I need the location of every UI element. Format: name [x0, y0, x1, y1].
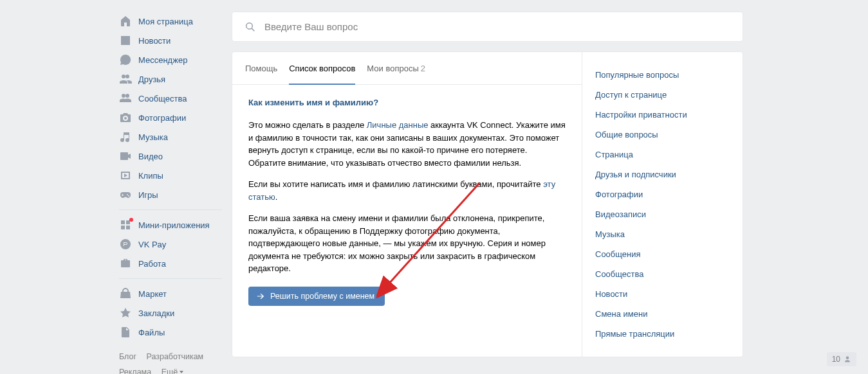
music-icon — [119, 130, 132, 143]
aside-category[interactable]: Фотографии — [582, 184, 743, 204]
aside-category[interactable]: Прямые трансляции — [582, 324, 743, 344]
sidebar-item-label: VK Pay — [138, 240, 166, 249]
main-content: ПомощьСписок вопросовМои вопросы2 Как из… — [232, 12, 743, 357]
search-icon — [245, 22, 255, 32]
sidebar-item-label: Друзья — [138, 75, 165, 84]
tab-мои-вопросы[interactable]: Мои вопросы2 — [367, 52, 425, 85]
sidebar-item-label: Работа — [138, 259, 166, 269]
photos-icon — [119, 111, 132, 124]
aside-category[interactable]: Сообщения — [582, 244, 743, 264]
sidebar-item-news[interactable]: Новости — [119, 31, 222, 50]
vkpay-icon — [119, 238, 132, 251]
news-icon — [119, 34, 132, 47]
footer-link-dev[interactable]: Разработчикам — [147, 352, 204, 361]
aside-category[interactable]: Страница — [582, 145, 743, 165]
aside-categories: Популярные вопросыДоступ к страницеНастр… — [582, 52, 743, 357]
home-icon — [119, 15, 132, 28]
article-paragraph: Если вы хотите написать имя и фамилию ла… — [248, 178, 566, 203]
tab-помощь[interactable]: Помощь — [245, 52, 277, 85]
communities-icon — [119, 92, 132, 105]
footer-link-ads[interactable]: Реклама — [119, 368, 151, 374]
tab-label: Список вопросов — [289, 64, 355, 73]
files-icon — [119, 326, 132, 339]
tab-label: Помощь — [245, 64, 277, 73]
sidebar-separator — [119, 209, 222, 210]
video-icon — [119, 150, 132, 163]
bookmarks-icon — [119, 307, 132, 319]
sidebar-item-label: Маркет — [138, 289, 167, 299]
sidebar-separator — [119, 278, 222, 279]
aside-category[interactable]: Музыка — [582, 224, 743, 244]
aside-category[interactable]: Новости — [582, 284, 743, 304]
miniapps-icon — [119, 218, 132, 231]
footer-link-more[interactable]: Ещё — [162, 368, 184, 374]
sidebar-item-label: Фотографии — [138, 113, 186, 123]
notification-dot-icon — [129, 218, 133, 222]
sidebar-item-vkpay[interactable]: VK Pay — [119, 235, 222, 254]
arrow-right-icon — [256, 292, 265, 301]
sidebar-item-label: Игры — [138, 190, 158, 200]
sidebar-item-label: Мини-приложения — [138, 220, 210, 230]
notification-badge[interactable]: 10 — [827, 352, 856, 366]
solve-name-problem-button[interactable]: Решить проблему с именем — [248, 287, 385, 306]
article-paragraph: Если ваша заявка на смену имени и фамили… — [248, 212, 566, 275]
sidebar-item-market[interactable]: Маркет — [119, 284, 222, 303]
sidebar-item-label: Музыка — [138, 132, 168, 142]
sidebar-item-label: Мессенджер — [138, 55, 187, 65]
sidebar-item-label: Файлы — [138, 328, 165, 337]
tab-count: 2 — [421, 64, 425, 73]
badge-count: 10 — [832, 355, 840, 364]
sidebar-item-photos[interactable]: Фотографии — [119, 108, 222, 127]
sidebar-item-label: Сообщества — [138, 94, 187, 103]
aside-category[interactable]: Настройки приватности — [582, 105, 743, 125]
article-title: Как изменить имя и фамилию? — [248, 98, 566, 107]
market-icon — [119, 287, 132, 300]
search-box[interactable] — [232, 12, 743, 42]
games-icon — [119, 188, 132, 201]
content-card: ПомощьСписок вопросовМои вопросы2 Как из… — [232, 51, 743, 357]
sidebar-item-miniapps[interactable]: Мини-приложения — [119, 215, 222, 235]
tab-label: Мои вопросы — [367, 64, 418, 73]
sidebar-item-clips[interactable]: Клипы — [119, 166, 222, 185]
sidebar-item-communities[interactable]: Сообщества — [119, 89, 222, 108]
sidebar-item-video[interactable]: Видео — [119, 147, 222, 166]
button-label: Решить проблему с именем — [270, 292, 374, 301]
aside-category[interactable]: Популярные вопросы — [582, 65, 743, 85]
sidebar-item-work[interactable]: Работа — [119, 254, 222, 273]
sidebar-item-label: Клипы — [138, 171, 163, 181]
tab-список-вопросов[interactable]: Список вопросов — [289, 52, 355, 85]
aside-category[interactable]: Сообщества — [582, 264, 743, 284]
clips-icon — [119, 169, 132, 182]
tabs: ПомощьСписок вопросовМои вопросы2 — [232, 52, 582, 85]
chevron-down-icon — [180, 371, 183, 373]
work-icon — [119, 257, 132, 270]
sidebar-item-friends[interactable]: Друзья — [119, 69, 222, 89]
sidebar-item-label: Моя страница — [138, 17, 193, 26]
sidebar-item-label: Видео — [138, 152, 163, 161]
sidebar-item-files[interactable]: Файлы — [119, 323, 222, 342]
sidebar-item-games[interactable]: Игры — [119, 185, 222, 204]
sidebar-item-messenger[interactable]: Мессенджер — [119, 50, 222, 69]
sidebar-item-bookmarks[interactable]: Закладки — [119, 303, 222, 323]
messenger-icon — [119, 53, 132, 66]
personal-data-link[interactable]: Личные данные — [367, 120, 429, 130]
sidebar-item-home[interactable]: Моя страница — [119, 12, 222, 31]
friends-icon — [119, 73, 132, 85]
person-icon — [844, 355, 851, 363]
aside-category[interactable]: Доступ к странице — [582, 85, 743, 105]
aside-category[interactable]: Общие вопросы — [582, 125, 743, 145]
sidebar-item-music[interactable]: Музыка — [119, 127, 222, 147]
aside-category[interactable]: Смена имени — [582, 304, 743, 324]
sidebar-footer: Блог Разработчикам Реклама Ещё — [119, 350, 222, 374]
footer-link-blog[interactable]: Блог — [119, 352, 136, 361]
sidebar-item-label: Закладки — [138, 308, 174, 318]
content-main: ПомощьСписок вопросовМои вопросы2 Как из… — [232, 52, 582, 357]
article: Как изменить имя и фамилию? Это можно сд… — [232, 85, 582, 322]
aside-category[interactable]: Друзья и подписчики — [582, 165, 743, 184]
aside-category[interactable]: Видеозаписи — [582, 204, 743, 224]
sidebar-item-label: Новости — [138, 36, 171, 46]
search-input[interactable] — [264, 21, 730, 32]
sidebar: Моя страницаНовостиМессенджерДрузьяСообщ… — [119, 12, 222, 374]
article-paragraph: Это можно сделать в разделе Личные данны… — [248, 119, 566, 169]
